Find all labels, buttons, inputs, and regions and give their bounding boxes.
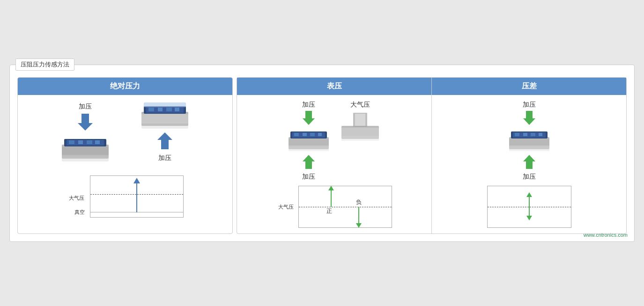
abs-devices: 加压	[59, 102, 191, 162]
svg-marker-47	[523, 155, 535, 169]
abs-label-top-left: 加压	[79, 102, 92, 111]
svg-rect-30	[289, 146, 329, 151]
diff-line-top	[529, 197, 530, 206]
arrow-up-blue-right	[156, 132, 173, 151]
diff-arrow-head-down	[526, 216, 532, 220]
svg-marker-20	[157, 132, 172, 149]
svg-rect-19	[141, 122, 188, 129]
watermark: www.cntronics.com	[584, 232, 628, 238]
svg-rect-14	[148, 108, 154, 111]
gauge-arrow-down	[302, 111, 315, 127]
gauge-sensor-left	[288, 129, 330, 153]
svg-rect-5	[69, 140, 74, 144]
gauge-device-right: 大气压	[339, 101, 381, 150]
gauge-chart: 大气压	[298, 186, 392, 228]
page-title: 压阻压力传感方法	[15, 58, 74, 71]
abs-atm-label: 大气压	[69, 195, 84, 202]
svg-rect-16	[166, 108, 172, 111]
gauge-arrow-pos-line	[331, 190, 332, 207]
svg-marker-0	[78, 114, 93, 131]
abs-arrow-line	[136, 183, 137, 212]
abs-arrow-head	[133, 178, 140, 183]
abs-chart-wrapper: 大气压 真空	[90, 171, 184, 218]
diff-label-bottom: 加压	[523, 173, 536, 181]
svg-rect-15	[158, 108, 163, 111]
gauge-label-bottom: 加压	[302, 173, 315, 181]
abs-device-right: 加压	[139, 102, 191, 162]
panel-gauge-header: 表压	[237, 78, 431, 95]
abs-chart-arrow	[133, 178, 140, 212]
svg-rect-18	[144, 102, 186, 107]
diff-sensor	[508, 129, 550, 153]
diff-arrow-head-up	[526, 192, 532, 197]
svg-rect-17	[175, 108, 179, 111]
gauge-arrow-neg	[356, 207, 362, 228]
sensor-device-left	[59, 135, 111, 162]
svg-rect-35	[341, 128, 379, 136]
panel-gauge-body: 加压	[237, 95, 431, 233]
diff-arrow-down	[523, 111, 536, 127]
panel-differential: 压差 加压	[432, 78, 626, 233]
right-panels-inner: 表压 加压	[237, 78, 626, 233]
diff-arrow-up	[523, 155, 536, 171]
diff-label-top: 加压	[523, 101, 536, 109]
svg-rect-46	[509, 146, 549, 151]
panel-absolute-body: 加压	[18, 95, 232, 225]
abs-label-bottom-right: 加压	[158, 154, 171, 162]
diff-device: 加压	[508, 101, 550, 181]
gauge-arrow-pos-head	[328, 186, 334, 190]
svg-rect-8	[95, 140, 100, 144]
arrow-down-blue-left	[77, 114, 94, 132]
gauge-arrow-neg-head	[356, 223, 362, 228]
gauge-label-top: 加压	[302, 101, 315, 109]
svg-rect-9	[62, 155, 109, 161]
panel-diff-header: 压差	[432, 78, 626, 95]
panel-gauge: 表压 加压	[237, 78, 432, 233]
gauge-arrow-up	[302, 155, 315, 171]
panel-absolute: 绝对压力 加压	[17, 77, 233, 234]
abs-device-left: 加压	[59, 102, 111, 162]
svg-marker-21	[303, 111, 315, 125]
gauge-negative-label: 负	[356, 198, 362, 206]
gauge-device-left: 加压	[288, 101, 330, 181]
svg-marker-31	[303, 155, 315, 169]
gauge-devices: 加压	[288, 101, 381, 181]
svg-rect-7	[87, 140, 92, 144]
svg-rect-6	[78, 140, 83, 144]
panel-absolute-header: 绝对压力	[18, 78, 232, 95]
svg-rect-33	[355, 114, 365, 126]
svg-rect-36	[341, 136, 379, 141]
gauge-sensor-right	[339, 113, 381, 150]
diff-chart	[487, 186, 571, 228]
svg-rect-43	[523, 133, 527, 136]
gauge-atm-label: 大气压	[278, 204, 294, 211]
diff-arrow-combo	[526, 192, 532, 220]
gauge-arrow-pos	[328, 186, 334, 207]
svg-rect-29	[318, 133, 322, 136]
abs-vacuum-label: 真空	[74, 209, 85, 216]
svg-rect-45	[539, 133, 542, 136]
gauge-positive-label: 正	[326, 207, 332, 215]
gauge-label-atm-side: 大气压	[350, 101, 370, 109]
gauge-atm-line: 大气压	[299, 207, 392, 207]
svg-rect-28	[310, 133, 315, 136]
diff-chart-wrapper	[487, 183, 571, 228]
svg-rect-26	[294, 133, 299, 136]
panel-right-wrapper: 表压 加压	[237, 77, 627, 234]
svg-rect-44	[531, 133, 535, 136]
panel-diff-body: 加压	[432, 95, 626, 233]
svg-rect-42	[515, 133, 519, 136]
sensor-device-right	[139, 102, 191, 130]
abs-chart: 大气压 真空	[90, 175, 184, 218]
svg-rect-27	[303, 133, 307, 136]
gauge-chart-wrapper: 大气压	[298, 183, 392, 228]
svg-marker-37	[523, 111, 535, 125]
main-content: 绝对压力 加压	[17, 77, 627, 234]
gauge-arrow-neg-line	[358, 207, 359, 223]
main-container: 压阻压力传感方法 绝对压力 加压	[9, 65, 635, 242]
diff-line-bottom	[529, 206, 530, 216]
